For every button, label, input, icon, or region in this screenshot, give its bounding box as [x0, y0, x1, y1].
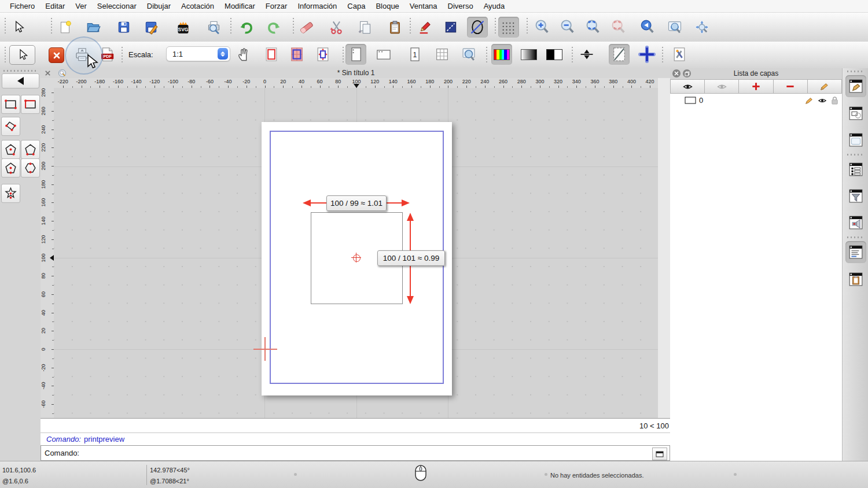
menu-fichero[interactable]: Fichero	[5, 2, 40, 10]
palette-drag-handle[interactable]	[3, 70, 36, 72]
menu-ver[interactable]: Ver	[70, 2, 92, 10]
dock-block-list-button[interactable]	[845, 102, 866, 124]
polygon-center-corner-button[interactable]	[1, 140, 20, 159]
rectangle-corner-size-button[interactable]	[21, 95, 40, 114]
zoom-back-icon	[639, 19, 656, 35]
absolute-coordinates: 101.6,100.6	[2, 467, 36, 474]
open-file-button[interactable]	[83, 17, 104, 38]
add-layer-button[interactable]	[739, 79, 773, 94]
stepper-icon[interactable]	[218, 48, 228, 60]
grid-toggle-button[interactable]	[498, 17, 519, 38]
dock-command-line-button[interactable]	[845, 241, 866, 263]
command-history-button[interactable]	[652, 448, 667, 460]
svg-export-button[interactable]: SVG	[172, 17, 193, 38]
draw-pen-button[interactable]	[414, 17, 435, 38]
copy-button[interactable]	[354, 17, 375, 38]
remove-layer-button[interactable]	[774, 79, 808, 94]
undo-button[interactable]	[236, 17, 257, 38]
diagonal-line-button[interactable]	[609, 44, 630, 65]
menu-diverso[interactable]: Diverso	[443, 2, 479, 10]
new-file-button[interactable]	[55, 17, 76, 38]
layer-edit-pencil-icon[interactable]	[804, 96, 814, 105]
h-ruler-label: -220	[54, 79, 72, 84]
menu-capa[interactable]: Capa	[342, 2, 370, 10]
pointer-icon	[16, 48, 30, 62]
close-print-preview-button[interactable]	[49, 47, 64, 63]
multi-page-button[interactable]	[432, 44, 453, 65]
redo-button[interactable]	[263, 17, 284, 38]
landscape-button[interactable]	[373, 44, 394, 65]
zoom-pan-button[interactable]	[692, 17, 712, 38]
copy-icon	[357, 20, 373, 35]
crosshair-button[interactable]	[637, 44, 657, 65]
menu-informacion[interactable]: Información	[292, 2, 342, 10]
rectangle-rotated-button[interactable]	[1, 117, 20, 136]
menu-acotacion[interactable]: Acotación	[176, 2, 219, 10]
dock-layer-list-button[interactable]	[845, 75, 866, 97]
fit-to-paper-button[interactable]	[312, 44, 333, 65]
paper-border-button[interactable]	[261, 44, 282, 65]
menu-seleccionar[interactable]: Seleccionar	[92, 2, 142, 10]
menu-modificar[interactable]: Modificar	[219, 2, 260, 10]
panel-dock-bar	[842, 68, 868, 461]
preview-pointer-button[interactable]	[9, 45, 35, 65]
dock-selection-filter-button[interactable]	[845, 185, 866, 207]
cut-button[interactable]	[326, 17, 347, 38]
print-preview-button[interactable]	[203, 17, 224, 38]
paste-button[interactable]	[384, 17, 405, 38]
open-folder-icon	[86, 20, 101, 35]
zoom-window-button[interactable]	[664, 17, 685, 38]
h-ruler-label: 200	[439, 79, 457, 84]
menu-bloque[interactable]: Bloque	[370, 2, 404, 10]
portrait-button[interactable]	[345, 44, 366, 65]
zoom-previous-button[interactable]	[608, 17, 629, 38]
save-button[interactable]	[113, 17, 134, 38]
dock-command-options-button[interactable]	[845, 212, 866, 234]
dock-library-browser-button[interactable]	[845, 129, 866, 151]
menu-forzar[interactable]: Forzar	[260, 2, 293, 10]
grayscale-print-button[interactable]	[518, 44, 539, 65]
menu-dibujar[interactable]: Dibujar	[142, 2, 176, 10]
save-as-button[interactable]	[141, 17, 161, 38]
dock-property-list-button[interactable]	[845, 158, 866, 180]
settings-button[interactable]	[669, 44, 690, 65]
single-page-button[interactable]: 1	[404, 44, 425, 65]
paper-margins-button[interactable]	[286, 44, 307, 65]
polygon-2corners-button[interactable]	[21, 140, 40, 159]
star-tool-button[interactable]	[1, 184, 20, 203]
erase-button[interactable]	[296, 17, 317, 38]
hide-all-layers-button[interactable]	[705, 79, 739, 94]
command-input-line[interactable]: Comando:	[41, 445, 670, 461]
layer-visible-eye-icon[interactable]	[817, 97, 827, 105]
dock-clipboard-button[interactable]	[845, 268, 866, 290]
drawing-canvas[interactable]: 100 / 99 ≈ 1.01 100 / 101 ≈ 0.99	[54, 88, 658, 418]
show-all-layers-button[interactable]	[670, 79, 705, 94]
palette-back-button[interactable]	[2, 73, 39, 88]
single-page-icon: 1	[407, 46, 423, 62]
menu-ventana[interactable]: Ventana	[404, 2, 443, 10]
zoom-out-button[interactable]	[557, 17, 578, 38]
menu-ayuda[interactable]: Ayuda	[479, 2, 510, 10]
hexagon-tool-button[interactable]	[21, 158, 40, 178]
zoom-pan-icon	[694, 19, 710, 35]
pan-hand-button[interactable]	[233, 44, 254, 65]
menu-editar[interactable]: Editar	[40, 2, 70, 10]
layer-lock-icon[interactable]	[831, 96, 838, 105]
line-tool-button[interactable]	[440, 17, 461, 38]
color-print-button[interactable]	[491, 44, 512, 65]
zoom-page-button[interactable]	[458, 44, 479, 65]
edit-layer-button[interactable]	[808, 79, 842, 94]
rectangle-2corners-button[interactable]	[1, 95, 20, 114]
pointer-button[interactable]	[8, 17, 29, 38]
zoom-back-button[interactable]	[637, 17, 658, 38]
blackwhite-print-button[interactable]	[544, 44, 565, 65]
zoom-in-button[interactable]	[532, 17, 553, 38]
close-x-icon	[53, 51, 61, 60]
ellipse-tool-button[interactable]	[467, 17, 488, 38]
dock-drag-handle[interactable]	[847, 71, 865, 72]
fit-line-button[interactable]	[576, 44, 597, 65]
polygon-center-side-button[interactable]	[1, 158, 20, 178]
scale-combobox[interactable]: 1:1	[166, 46, 230, 61]
layer-row[interactable]: 0	[670, 94, 842, 106]
zoom-auto-button[interactable]	[583, 17, 604, 38]
